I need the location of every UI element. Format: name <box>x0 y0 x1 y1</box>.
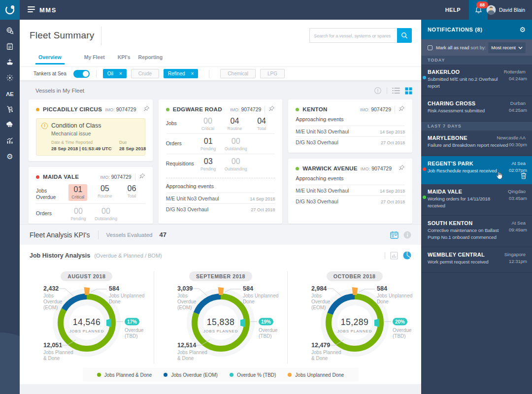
notification-vessel: WEMBLEY CENTRAL <box>428 251 492 258</box>
pin-icon[interactable] <box>268 105 275 112</box>
svg-text:Done: Done <box>243 299 255 304</box>
notification-time: 00:30pm <box>509 141 526 149</box>
stat-label: Total <box>118 194 145 198</box>
search-input[interactable] <box>309 28 397 43</box>
fleet-tracking-icon[interactable] <box>0 70 20 86</box>
approaching-events-title: Approaching events <box>166 182 275 193</box>
filter-chip-refined[interactable]: Refined× <box>164 69 198 78</box>
imo-value: 9074729 <box>371 165 392 171</box>
event-date: 14 Sep 2018 <box>250 197 275 201</box>
vessel-management-icon[interactable] <box>0 54 20 70</box>
svg-text:Overdue: Overdue <box>393 328 412 333</box>
svg-text:ΛE: ΛE <box>6 91 14 97</box>
svg-text:14,546: 14,546 <box>73 317 101 327</box>
tab-overview[interactable]: Overview <box>38 54 62 65</box>
tankers-at-sea-toggle[interactable] <box>73 70 90 78</box>
svg-text:JOBS PLANNED: JOBS PLANNED <box>69 329 104 333</box>
notification-item[interactable]: MARYLEBONENewcastle AAFailure and Breakd… <box>421 131 532 156</box>
list-view-icon[interactable] <box>392 87 400 94</box>
info-filled-icon[interactable] <box>403 231 411 239</box>
vessel-card: KENTONIMO:9074729Approaching eventsM/E U… <box>288 99 412 153</box>
stat-critical: 00Critical <box>195 117 222 131</box>
svg-text:& Done: & Done <box>43 356 60 361</box>
tab-kpi-s[interactable]: KPI's <box>118 54 131 65</box>
approaching-events: Approaching eventsM/E Unit No3 Overhaul1… <box>166 178 275 214</box>
stat-value: 06 <box>118 184 145 193</box>
chart-month-label: AUGUST 2018 <box>61 271 112 281</box>
pie-chart-icon[interactable] <box>403 251 411 260</box>
menu-icon[interactable] <box>28 6 35 12</box>
svg-text:Jobs Planned: Jobs Planned <box>43 350 73 355</box>
info-icon[interactable] <box>374 87 382 95</box>
legend-item: Jobs Planned & Done <box>97 372 152 378</box>
condition-title: Condition of Class <box>51 122 101 129</box>
search-button[interactable] <box>397 28 412 43</box>
pin-icon[interactable] <box>139 173 145 179</box>
tab-reporting[interactable]: Reporting <box>138 54 163 65</box>
calendar-icon[interactable] <box>390 231 399 239</box>
event-name: M/E Unit No3 Overhaul <box>296 188 349 194</box>
notification-group-label: TODAY <box>421 56 532 65</box>
svg-text:Jobs Planned: Jobs Planned <box>177 350 207 355</box>
event-row: D/G No3 Overhaul27 Oct 2018 <box>166 203 275 214</box>
trash-icon[interactable] <box>521 172 527 179</box>
notification-item[interactable]: MAIDA VALEQingdaoWorking orders for 14/1… <box>421 184 532 216</box>
vessel-name: EDGWARE ROAD <box>173 106 222 112</box>
event-row: D/G No3 Overhaul27 Oct 2018 <box>296 136 405 147</box>
filter-chip-oil[interactable]: Oil× <box>103 69 127 78</box>
user-name: David Blain <box>499 7 525 13</box>
notifications-title: NOTIFICATIONS (8) <box>428 27 482 33</box>
notification-item[interactable]: WEMBLEY CENTRALSingaporeWork permit requ… <box>421 247 532 273</box>
ae-module-icon[interactable]: ΛE <box>0 86 20 101</box>
notification-item[interactable]: SOUTH KENTONAt SeaCorrective maintenance… <box>421 216 532 247</box>
event-date: 14 Sep 2018 <box>380 189 405 194</box>
analytics-icon[interactable] <box>0 133 20 149</box>
stat-pending: 00Pending <box>65 207 92 221</box>
settings-icon[interactable]: ⚙ <box>0 149 20 164</box>
notifications-settings-icon[interactable]: ⚙ <box>519 26 526 33</box>
remove-chip-icon[interactable]: × <box>191 71 194 76</box>
notification-vessel: REGENT'S PARK <box>428 160 492 167</box>
chart-month-label: OCTOBER 2018 <box>327 271 383 281</box>
stat-row-label: Jobs <box>166 117 195 127</box>
stat-outstanding: 00Outstanding <box>222 137 250 151</box>
imo-label: IMO: <box>361 166 370 171</box>
pin-icon[interactable] <box>399 164 405 171</box>
notification-item[interactable]: BAKERLOORotterdamSubmitted M/E unit no.2… <box>421 65 532 96</box>
pin-icon[interactable] <box>399 105 405 112</box>
notification-message: Working orders for 14/11/2018 received <box>428 195 509 209</box>
svg-text:Overdue: Overdue <box>259 328 278 333</box>
vessel-card-header: WARWICK AVENUEIMO:9074729 <box>296 164 405 173</box>
stat-value: 05 <box>92 184 119 193</box>
stat-label: Outstanding <box>92 216 120 221</box>
grid-view-icon[interactable] <box>405 87 412 95</box>
filter-chip-lpg[interactable]: LPG <box>260 69 285 78</box>
mark-all-checkbox[interactable] <box>428 45 432 50</box>
remote-inspection-icon[interactable] <box>0 117 20 133</box>
vessel-card: WARWICK AVENUEIMO:9074729Approaching eve… <box>288 159 412 224</box>
sort-dropdown[interactable]: Most recent <box>488 42 526 53</box>
globe-search-icon[interactable] <box>0 23 20 38</box>
unread-dot <box>423 167 426 171</box>
notification-item[interactable]: CHARING CROSSDurbanRisk Assessment submi… <box>421 96 532 122</box>
filter-chip-chemical[interactable]: Chemical <box>220 69 256 78</box>
svg-text:Jobs Planned: Jobs Planned <box>311 350 341 355</box>
app-logo <box>0 0 20 20</box>
notification-item[interactable]: REGENT'S PARKAt SeaJob Reschedule reques… <box>421 156 532 184</box>
unread-dot <box>423 196 426 199</box>
bar-chart-icon[interactable] <box>390 252 398 260</box>
remove-chip-icon[interactable]: × <box>119 71 122 76</box>
tab-my-fleet[interactable]: My Fleet <box>84 54 105 65</box>
approaching-events: Approaching eventsM/E Unit No3 Overhaul1… <box>296 115 405 147</box>
logistics-icon[interactable] <box>0 101 20 117</box>
stat-row: Requisitions03Pending00Outstanding <box>166 154 275 174</box>
notification-time: 03:45am <box>509 195 526 209</box>
stat-row: Orders00Pending00Outstanding <box>36 203 145 224</box>
vessels-section: Vessels in My Fleet <box>20 80 421 224</box>
user-menu[interactable]: David Blain <box>486 0 525 20</box>
legend-label: Jobs Planned & Done <box>104 372 152 378</box>
help-link[interactable]: HELP <box>445 7 461 13</box>
pin-icon[interactable] <box>143 105 150 112</box>
log-entries-icon[interactable] <box>0 38 20 54</box>
filter-chip-crude[interactable]: Crude <box>131 69 159 78</box>
